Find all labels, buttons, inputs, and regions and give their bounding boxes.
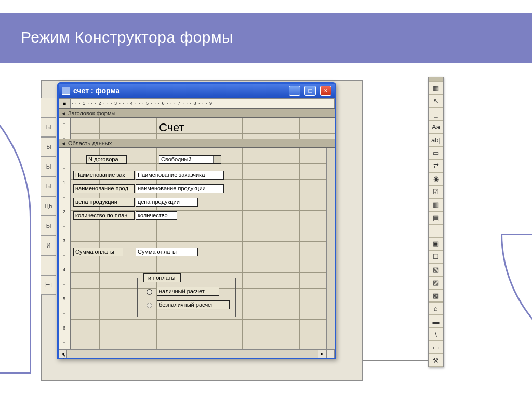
minimize-button[interactable]: _: [289, 86, 300, 96]
bg-tab: [41, 255, 56, 275]
tool-21[interactable]: ⚒: [429, 354, 443, 367]
designer-body: ■ · · · 1 · · · 2 · · · 3 · · · 4 · · · …: [59, 98, 335, 358]
section-arrow-icon: ◄: [61, 111, 66, 116]
option-noncash[interactable]: безналичный расчет: [157, 300, 230, 309]
tool-13[interactable]: ☐: [429, 250, 443, 263]
detail-canvas[interactable]: N договора Свободный Наименование зак На…: [70, 148, 335, 349]
section-arrow-icon: ◄: [61, 141, 66, 146]
tool-14[interactable]: ▧: [429, 263, 443, 276]
combo-free[interactable]: Свободный: [159, 155, 221, 164]
tool-1[interactable]: ↖: [429, 94, 443, 107]
bg-tab: Ы: [41, 157, 56, 176]
chevron-down-icon: [215, 158, 219, 162]
background-vertical-tabs: Ы ЪI Ы Ы ЦЬ Ы И ⊢I: [41, 98, 56, 295]
field-price[interactable]: цена продукции: [136, 198, 198, 207]
decorative-arc-right: [501, 234, 532, 368]
tool-20[interactable]: ▭: [429, 341, 443, 354]
tool-11[interactable]: —: [429, 224, 443, 237]
title-label[interactable]: Счет: [159, 121, 184, 134]
scroll-corner: [326, 350, 335, 358]
tool-12[interactable]: ▣: [429, 237, 443, 250]
horizontal-scrollbar[interactable]: ◄ ►: [59, 349, 335, 358]
bg-tab: Ы: [41, 176, 56, 196]
bg-tab: ЪI: [41, 137, 56, 157]
tool-17[interactable]: ⌂: [429, 302, 443, 315]
bg-tab: ЦЬ: [41, 196, 56, 216]
bg-tab: Ы: [41, 216, 56, 236]
tool-10[interactable]: ▤: [429, 211, 443, 224]
label-customer[interactable]: Наименование зак: [73, 171, 135, 180]
close-button[interactable]: ×: [320, 86, 331, 96]
tool-2[interactable]: ⎯: [429, 107, 443, 120]
option-cash[interactable]: наличный расчет: [157, 287, 219, 296]
slide-title: Режим Конструктора формы: [21, 29, 233, 46]
ruler-corner[interactable]: ■: [59, 98, 70, 108]
bg-tab: И: [41, 236, 56, 255]
section-header-label: Заголовок формы: [68, 110, 116, 116]
window-title: счет : форма: [73, 87, 285, 95]
option-group-frame[interactable]: [137, 278, 236, 317]
form-header-canvas[interactable]: Счет: [70, 118, 335, 139]
field-customer[interactable]: Наименование заказчика: [136, 171, 224, 180]
tool-19[interactable]: \: [429, 328, 443, 341]
section-detail-label: Область данных: [68, 140, 112, 146]
bg-tab: [41, 98, 56, 117]
form-designer-window: счет : форма _ □ × ■ · · · 1 · · · 2 · ·…: [57, 82, 336, 359]
label-qty[interactable]: количество по план: [73, 211, 135, 220]
combo-text: Свободный: [161, 156, 192, 162]
vertical-scrollbar[interactable]: [326, 148, 335, 349]
form-icon: [62, 87, 70, 95]
design-grid: [71, 118, 335, 139]
label-price[interactable]: цена продукции: [73, 198, 135, 207]
window-titlebar[interactable]: счет : форма _ □ ×: [59, 84, 335, 98]
tool-16[interactable]: ▩: [429, 289, 443, 302]
field-qty[interactable]: количество: [136, 211, 177, 220]
ruler-vertical-detail[interactable]: --1-2-3-4-5-6-7: [59, 148, 70, 349]
bg-tab: ⊢I: [41, 275, 56, 295]
tool-18[interactable]: ▬: [429, 315, 443, 328]
decorative-arc-left: [0, 62, 31, 374]
bg-tab: Ы: [41, 117, 56, 137]
tool-3[interactable]: Aa: [429, 120, 443, 133]
toolbox-grip[interactable]: [429, 77, 443, 81]
tool-8[interactable]: ☑: [429, 185, 443, 198]
toolbox-palette[interactable]: ▦↖⎯Aaab|▭⇄◉☑▥▤—▣☐▧▨▩⌂▬\▭⚒: [428, 77, 444, 367]
option-group-caption[interactable]: тип оплаты: [143, 273, 181, 282]
field-product[interactable]: наименование продукции: [136, 184, 224, 193]
section-header-formheader[interactable]: ◄ Заголовок формы: [59, 108, 335, 118]
slide-title-bar: Режим Конструктора формы: [0, 13, 532, 61]
tool-15[interactable]: ▨: [429, 276, 443, 289]
slide-divider: [0, 61, 532, 63]
scroll-right-button[interactable]: ►: [318, 350, 326, 358]
tool-9[interactable]: ▥: [429, 198, 443, 211]
ruler-vertical-head[interactable]: --: [59, 118, 70, 139]
tool-6[interactable]: ⇄: [429, 159, 443, 172]
field-sum[interactable]: Сумма оплаты: [136, 248, 198, 256]
tool-0[interactable]: ▦: [429, 81, 443, 94]
tool-5[interactable]: ▭: [429, 146, 443, 159]
ruler-horizontal[interactable]: · · · 1 · · · 2 · · · 3 · · · 4 · · · 5 …: [70, 98, 335, 108]
maximize-button[interactable]: □: [304, 86, 316, 96]
radio-icon[interactable]: [147, 303, 152, 308]
tool-4[interactable]: ab|: [429, 133, 443, 146]
tool-7[interactable]: ◉: [429, 172, 443, 185]
radio-icon[interactable]: [147, 289, 152, 295]
section-header-detail[interactable]: ◄ Область данных: [59, 139, 335, 148]
label-product[interactable]: наименование прод: [73, 184, 135, 193]
label-sum[interactable]: Сумма оплаты: [73, 248, 123, 256]
label-contract-no[interactable]: N договора: [86, 155, 127, 164]
